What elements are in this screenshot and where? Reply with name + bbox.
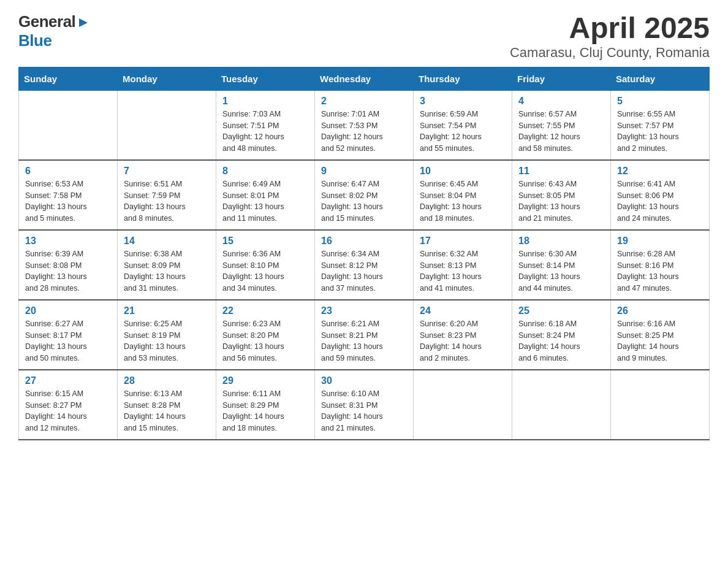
day-number: 8	[222, 166, 308, 177]
day-number: 24	[420, 305, 506, 316]
day-number: 18	[518, 236, 604, 247]
title-area: April 2025 Camarasu, Cluj County, Romani…	[510, 12, 710, 61]
calendar-cell: 13Sunrise: 6:39 AM Sunset: 8:08 PM Dayli…	[19, 230, 118, 300]
day-info: Sunrise: 6:10 AM Sunset: 8:31 PM Dayligh…	[321, 388, 407, 434]
day-info: Sunrise: 6:59 AM Sunset: 7:54 PM Dayligh…	[420, 109, 506, 155]
day-info: Sunrise: 6:23 AM Sunset: 8:20 PM Dayligh…	[222, 318, 308, 364]
day-info: Sunrise: 7:03 AM Sunset: 7:51 PM Dayligh…	[222, 109, 308, 155]
day-number: 6	[25, 166, 111, 177]
calendar-table: SundayMondayTuesdayWednesdayThursdayFrid…	[18, 67, 710, 440]
day-number: 7	[124, 166, 210, 177]
day-info: Sunrise: 6:39 AM Sunset: 8:08 PM Dayligh…	[25, 248, 111, 294]
calendar-cell: 3Sunrise: 6:59 AM Sunset: 7:54 PM Daylig…	[414, 90, 512, 160]
day-number: 2	[321, 96, 407, 107]
day-info: Sunrise: 6:36 AM Sunset: 8:10 PM Dayligh…	[222, 248, 308, 294]
calendar-cell: 10Sunrise: 6:45 AM Sunset: 8:04 PM Dayli…	[414, 160, 512, 230]
calendar-cell	[512, 370, 611, 440]
day-info: Sunrise: 6:43 AM Sunset: 8:05 PM Dayligh…	[518, 178, 604, 224]
weekday-header-saturday: Saturday	[611, 67, 710, 90]
calendar-cell: 15Sunrise: 6:36 AM Sunset: 8:10 PM Dayli…	[216, 230, 315, 300]
weekday-header-sunday: Sunday	[19, 67, 118, 90]
logo-general-text: General	[18, 12, 75, 31]
day-info: Sunrise: 6:25 AM Sunset: 8:19 PM Dayligh…	[124, 318, 210, 364]
day-info: Sunrise: 6:41 AM Sunset: 8:06 PM Dayligh…	[617, 178, 703, 224]
header: General Blue April 2025 Camarasu, Cluj C…	[18, 12, 710, 61]
day-number: 30	[321, 375, 407, 386]
calendar-week-1: 1Sunrise: 7:03 AM Sunset: 7:51 PM Daylig…	[19, 90, 710, 160]
calendar-cell: 1Sunrise: 7:03 AM Sunset: 7:51 PM Daylig…	[216, 90, 315, 160]
day-info: Sunrise: 6:55 AM Sunset: 7:57 PM Dayligh…	[617, 109, 703, 155]
day-number: 11	[518, 166, 604, 177]
weekday-header-friday: Friday	[512, 67, 611, 90]
day-info: Sunrise: 6:20 AM Sunset: 8:23 PM Dayligh…	[420, 318, 506, 364]
day-number: 5	[617, 96, 703, 107]
day-number: 16	[321, 236, 407, 247]
calendar-cell: 26Sunrise: 6:16 AM Sunset: 8:25 PM Dayli…	[611, 300, 710, 370]
day-info: Sunrise: 6:27 AM Sunset: 8:17 PM Dayligh…	[25, 318, 111, 364]
day-number: 12	[617, 166, 703, 177]
calendar-cell: 23Sunrise: 6:21 AM Sunset: 8:21 PM Dayli…	[315, 300, 414, 370]
logo: General Blue	[18, 12, 90, 50]
calendar-cell: 25Sunrise: 6:18 AM Sunset: 8:24 PM Dayli…	[512, 300, 611, 370]
calendar-cell: 4Sunrise: 6:57 AM Sunset: 7:55 PM Daylig…	[512, 90, 611, 160]
weekday-header-thursday: Thursday	[414, 67, 512, 90]
day-info: Sunrise: 6:13 AM Sunset: 8:28 PM Dayligh…	[124, 388, 210, 434]
calendar-cell: 8Sunrise: 6:49 AM Sunset: 8:01 PM Daylig…	[216, 160, 315, 230]
day-number: 25	[518, 305, 604, 316]
day-info: Sunrise: 6:45 AM Sunset: 8:04 PM Dayligh…	[420, 178, 506, 224]
calendar-subtitle: Camarasu, Cluj County, Romania	[510, 45, 710, 61]
day-number: 9	[321, 166, 407, 177]
calendar-cell: 19Sunrise: 6:28 AM Sunset: 8:16 PM Dayli…	[611, 230, 710, 300]
day-number: 17	[420, 236, 506, 247]
calendar-cell	[118, 90, 216, 160]
day-info: Sunrise: 6:15 AM Sunset: 8:27 PM Dayligh…	[25, 388, 111, 434]
day-info: Sunrise: 6:47 AM Sunset: 8:02 PM Dayligh…	[321, 178, 407, 224]
calendar-cell: 5Sunrise: 6:55 AM Sunset: 7:57 PM Daylig…	[611, 90, 710, 160]
day-info: Sunrise: 6:53 AM Sunset: 7:58 PM Dayligh…	[25, 178, 111, 224]
day-number: 26	[617, 305, 703, 316]
calendar-cell: 7Sunrise: 6:51 AM Sunset: 7:59 PM Daylig…	[118, 160, 216, 230]
calendar-cell: 27Sunrise: 6:15 AM Sunset: 8:27 PM Dayli…	[19, 370, 118, 440]
calendar-cell: 14Sunrise: 6:38 AM Sunset: 8:09 PM Dayli…	[118, 230, 216, 300]
calendar-cell: 16Sunrise: 6:34 AM Sunset: 8:12 PM Dayli…	[315, 230, 414, 300]
day-number: 23	[321, 305, 407, 316]
day-number: 10	[420, 166, 506, 177]
calendar-cell: 29Sunrise: 6:11 AM Sunset: 8:29 PM Dayli…	[216, 370, 315, 440]
calendar-cell: 12Sunrise: 6:41 AM Sunset: 8:06 PM Dayli…	[611, 160, 710, 230]
weekday-header-wednesday: Wednesday	[315, 67, 414, 90]
day-info: Sunrise: 7:01 AM Sunset: 7:53 PM Dayligh…	[321, 109, 407, 155]
calendar-cell: 22Sunrise: 6:23 AM Sunset: 8:20 PM Dayli…	[216, 300, 315, 370]
day-number: 15	[222, 236, 308, 247]
calendar-week-2: 6Sunrise: 6:53 AM Sunset: 7:58 PM Daylig…	[19, 160, 710, 230]
calendar-cell: 11Sunrise: 6:43 AM Sunset: 8:05 PM Dayli…	[512, 160, 611, 230]
day-info: Sunrise: 6:28 AM Sunset: 8:16 PM Dayligh…	[617, 248, 703, 294]
weekday-header-tuesday: Tuesday	[216, 67, 315, 90]
day-number: 21	[124, 305, 210, 316]
day-number: 4	[518, 96, 604, 107]
day-info: Sunrise: 6:49 AM Sunset: 8:01 PM Dayligh…	[222, 178, 308, 224]
calendar-cell: 17Sunrise: 6:32 AM Sunset: 8:13 PM Dayli…	[414, 230, 512, 300]
day-info: Sunrise: 6:30 AM Sunset: 8:14 PM Dayligh…	[518, 248, 604, 294]
calendar-cell: 18Sunrise: 6:30 AM Sunset: 8:14 PM Dayli…	[512, 230, 611, 300]
day-info: Sunrise: 6:32 AM Sunset: 8:13 PM Dayligh…	[420, 248, 506, 294]
logo-blue-text: Blue	[18, 31, 51, 50]
calendar-cell	[414, 370, 512, 440]
calendar-week-4: 20Sunrise: 6:27 AM Sunset: 8:17 PM Dayli…	[19, 300, 710, 370]
day-number: 20	[25, 305, 111, 316]
day-info: Sunrise: 6:57 AM Sunset: 7:55 PM Dayligh…	[518, 109, 604, 155]
day-info: Sunrise: 6:18 AM Sunset: 8:24 PM Dayligh…	[518, 318, 604, 364]
day-info: Sunrise: 6:21 AM Sunset: 8:21 PM Dayligh…	[321, 318, 407, 364]
day-info: Sunrise: 6:11 AM Sunset: 8:29 PM Dayligh…	[222, 388, 308, 434]
day-number: 22	[222, 305, 308, 316]
day-number: 13	[25, 236, 111, 247]
calendar-cell: 30Sunrise: 6:10 AM Sunset: 8:31 PM Dayli…	[315, 370, 414, 440]
calendar-week-5: 27Sunrise: 6:15 AM Sunset: 8:27 PM Dayli…	[19, 370, 710, 440]
calendar-cell: 6Sunrise: 6:53 AM Sunset: 7:58 PM Daylig…	[19, 160, 118, 230]
day-number: 14	[124, 236, 210, 247]
day-number: 3	[420, 96, 506, 107]
calendar-cell: 9Sunrise: 6:47 AM Sunset: 8:02 PM Daylig…	[315, 160, 414, 230]
day-number: 19	[617, 236, 703, 247]
calendar-title: April 2025	[510, 12, 710, 45]
calendar-cell	[611, 370, 710, 440]
calendar-week-3: 13Sunrise: 6:39 AM Sunset: 8:08 PM Dayli…	[19, 230, 710, 300]
